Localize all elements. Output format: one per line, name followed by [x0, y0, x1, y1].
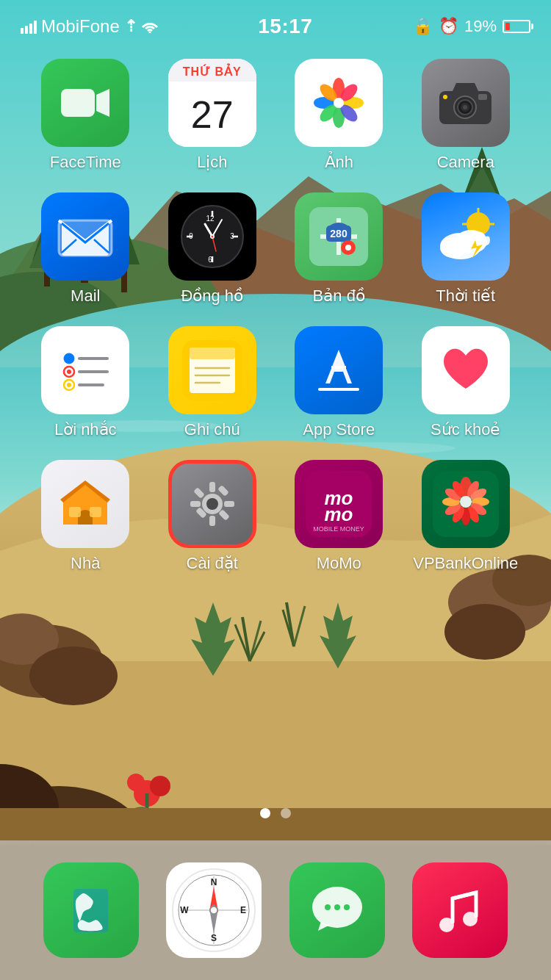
signal-bars	[21, 19, 37, 34]
svg-point-64	[443, 95, 447, 99]
photos-icon	[295, 59, 383, 147]
facetime-icon	[41, 59, 129, 147]
svg-text:mo: mo	[325, 503, 353, 525]
app-momo[interactable]: mo mo MOBILE MONEY MoMo	[284, 460, 394, 573]
home-label: Nhà	[71, 554, 100, 573]
svg-point-57	[334, 98, 344, 108]
svg-point-45	[148, 32, 151, 34]
svg-text:6: 6	[208, 256, 212, 264]
svg-text:MOBILE MONEY: MOBILE MONEY	[313, 525, 364, 533]
safari-icon: N S E W	[166, 862, 262, 958]
battery-percent: 19%	[464, 17, 497, 36]
app-appstore[interactable]: App Store	[284, 326, 394, 439]
dock-messages[interactable]	[289, 862, 385, 958]
dock-music[interactable]	[412, 862, 508, 958]
momo-icon: mo mo MOBILE MONEY	[295, 460, 383, 548]
app-camera[interactable]: Camera	[411, 59, 521, 172]
mail-icon	[41, 192, 129, 281]
wifi-icon: ⇡	[124, 17, 137, 36]
app-calendar[interactable]: THỨ BẢY 27 Lịch	[157, 59, 267, 172]
settings-icon	[168, 460, 256, 548]
app-settings[interactable]: Cài đặt	[157, 460, 267, 573]
notes-label: Ghi chú	[184, 420, 240, 439]
dock-phone[interactable]	[43, 862, 139, 958]
wifi-signal-icon	[142, 20, 158, 33]
svg-text:12: 12	[206, 215, 215, 223]
dock: N S E W	[0, 840, 551, 980]
photos-label: Ảnh	[325, 153, 353, 172]
facetime-label: FaceTime	[50, 153, 121, 172]
camera-icon	[422, 59, 510, 147]
svg-point-34	[127, 774, 145, 791]
svg-rect-125	[193, 487, 205, 499]
notes-icon	[168, 326, 256, 414]
app-grid: FaceTime THỨ BẢY 27 Lịch	[0, 51, 551, 601]
svg-point-102	[67, 383, 71, 387]
svg-rect-128	[217, 485, 229, 497]
svg-point-120	[206, 498, 218, 510]
signal-bar-3	[29, 24, 32, 34]
app-maps[interactable]: 280 Bản đồ	[284, 192, 394, 306]
svg-text:E: E	[240, 905, 246, 915]
app-home[interactable]: Nhà	[30, 460, 140, 573]
reminders-icon	[41, 326, 129, 414]
page-dot-1[interactable]	[260, 808, 270, 818]
svg-point-163	[439, 918, 454, 932]
app-reminders[interactable]: Lời nhắc	[30, 326, 140, 439]
battery-fill	[505, 23, 510, 30]
svg-line-162	[453, 893, 476, 898]
app-mail[interactable]: Mail	[30, 192, 140, 306]
app-photos[interactable]: Ảnh	[284, 59, 394, 172]
svg-point-86	[345, 245, 351, 251]
signal-bar-1	[21, 28, 24, 34]
camera-label: Camera	[437, 153, 494, 172]
signal-bar-2	[25, 26, 28, 34]
health-icon	[422, 326, 510, 414]
carrier-wifi: MobiFone ⇡	[21, 16, 158, 37]
svg-point-94	[440, 237, 467, 258]
page-dots	[260, 808, 291, 818]
status-time: 15:17	[258, 15, 312, 38]
svg-rect-117	[69, 507, 81, 517]
svg-rect-122	[209, 516, 215, 526]
vpbank-label: VPBankOnline	[413, 554, 518, 573]
mail-label: Mail	[71, 287, 100, 306]
svg-text:9: 9	[189, 232, 193, 240]
messages-icon	[289, 862, 385, 958]
battery-indicator	[503, 20, 530, 33]
calendar-day: THỨ BẢY	[168, 65, 256, 79]
dock-safari[interactable]: N S E W	[166, 862, 262, 958]
svg-rect-63	[478, 94, 487, 100]
maps-icon: 280	[295, 192, 383, 281]
appstore-label: App Store	[303, 420, 375, 439]
app-weather[interactable]: Thời tiết	[411, 192, 521, 306]
svg-point-25	[444, 604, 525, 660]
svg-point-164	[463, 912, 478, 926]
svg-rect-123	[190, 501, 201, 507]
app-row-2: Mail 12 6 9 3	[22, 192, 529, 306]
app-health[interactable]: Sức khoẻ	[411, 326, 521, 439]
app-clock[interactable]: 12 6 9 3 Đồng hồ	[157, 192, 267, 306]
svg-text:3: 3	[230, 232, 234, 240]
svg-point-96	[64, 353, 74, 364]
page-dot-2[interactable]	[281, 808, 291, 818]
momo-label: MoMo	[317, 554, 361, 573]
app-facetime[interactable]: FaceTime	[30, 59, 140, 172]
appstore-icon	[295, 326, 383, 414]
svg-rect-124	[224, 501, 234, 507]
phone-icon	[43, 862, 139, 958]
weather-label: Thời tiết	[436, 287, 495, 306]
health-label: Sức khoẻ	[431, 420, 500, 439]
battery-icon	[503, 20, 530, 33]
app-notes[interactable]: Ghi chú	[157, 326, 267, 439]
svg-text:280: 280	[331, 228, 348, 239]
svg-point-161	[344, 904, 350, 910]
svg-rect-121	[209, 482, 215, 492]
clock-icon: 12 6 9 3	[168, 192, 256, 281]
carrier-label: MobiFone	[41, 16, 120, 37]
app-row-4: Nhà Cài đặt	[22, 460, 529, 573]
svg-point-22	[29, 646, 118, 705]
app-vpbank[interactable]: VPBankOnline	[411, 460, 521, 573]
svg-point-62	[463, 105, 467, 109]
svg-rect-106	[190, 347, 235, 359]
